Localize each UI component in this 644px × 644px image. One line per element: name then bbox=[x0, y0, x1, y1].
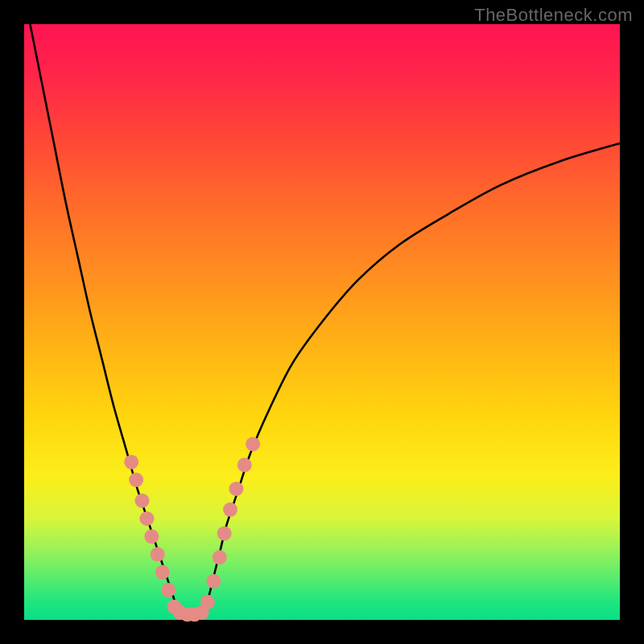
data-dot bbox=[246, 437, 260, 452]
data-dot bbox=[124, 455, 138, 469]
data-dot bbox=[217, 526, 232, 541]
chart-plot-area bbox=[24, 24, 620, 620]
watermark-text: TheBottleneck.com bbox=[474, 5, 633, 26]
data-dot bbox=[200, 595, 215, 609]
data-dot bbox=[223, 502, 237, 517]
data-dot bbox=[161, 583, 175, 597]
data-dot bbox=[155, 565, 170, 580]
data-dots bbox=[124, 437, 260, 622]
curve-lines bbox=[30, 24, 620, 617]
data-dot bbox=[139, 511, 154, 526]
chart-frame: TheBottleneck.com bbox=[0, 0, 644, 644]
data-dot bbox=[229, 481, 243, 496]
data-dot bbox=[206, 574, 221, 588]
data-dot bbox=[135, 493, 150, 508]
chart-svg bbox=[24, 24, 620, 620]
data-dot bbox=[144, 529, 159, 543]
data-dot bbox=[151, 547, 165, 562]
data-dot bbox=[129, 473, 143, 487]
bottleneck-curve bbox=[30, 24, 620, 617]
data-dot bbox=[237, 458, 252, 473]
data-dot bbox=[213, 550, 227, 564]
